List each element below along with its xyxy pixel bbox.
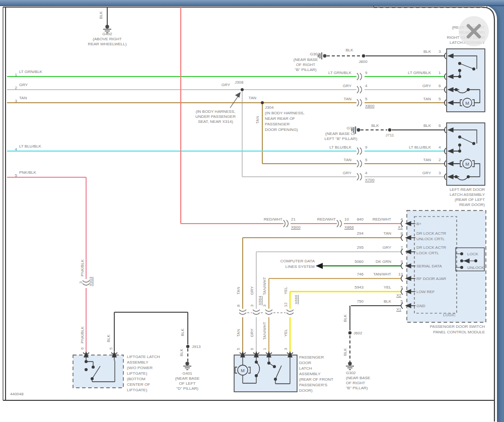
g302-top-name: G302 <box>310 52 320 57</box>
wire-row-number: 4 <box>15 147 17 152</box>
wire-color-label: RED/WHT <box>264 217 282 222</box>
g402-wire-label: BLK <box>99 11 104 19</box>
wire-color-label: GRY <box>383 245 391 250</box>
pin-number: 6 <box>439 123 441 128</box>
wire-color-label: RED/WHT <box>373 217 391 222</box>
connector-name-x2: X2 <box>396 293 401 298</box>
j913-name: J913 <box>192 344 200 349</box>
g302-top-location: (NEAR BASE <box>294 57 318 62</box>
wire-row-label: TAN <box>19 96 27 101</box>
connector-name-x664: X664 <box>258 296 263 306</box>
pin-number: 5 <box>401 299 403 304</box>
pin-number: 6 <box>439 84 441 89</box>
wire-color-label: GRY <box>343 171 351 176</box>
g401-name: G401 <box>182 371 192 376</box>
connector-name-x1: X1 <box>396 307 401 312</box>
g402-location: (ABOVE RIGHT <box>93 37 121 42</box>
j304-vertical-wire-label: TAN <box>255 116 260 123</box>
connector-name-x666: X666 <box>294 295 299 305</box>
g402-location: REAR WHEELWELL) <box>88 42 127 47</box>
module-title: PASSENGER DOOR SWITCH <box>430 324 485 329</box>
wire-row-label: GRY <box>19 83 28 88</box>
connector-pin: 8 <box>236 305 241 307</box>
connector-name-x1: X1 <box>398 225 403 230</box>
passenger-latch-title: PASSENGER'S <box>299 383 327 388</box>
module-title: PANEL CONTROL MODULE <box>433 330 485 335</box>
logic-label: LOGIC <box>443 313 456 318</box>
wire-color-label: YEL <box>384 285 391 290</box>
passenger-latch-title: DOOR) <box>299 388 313 393</box>
pin-number: 5 <box>236 348 241 350</box>
connector-x700-icon <box>357 148 362 180</box>
wire-color-label: LT GRN/BLK <box>408 71 431 76</box>
module-pin-label: SERIAL DATA <box>416 264 442 269</box>
circuit-number: 294 <box>357 231 364 236</box>
liftgate-title: LIFTGATE) <box>127 388 147 393</box>
liftgate-latch-box <box>73 355 123 388</box>
wire-color-label: BLK <box>384 299 391 304</box>
g402-name: G402 <box>102 32 112 37</box>
module-pin-label: RF DOOR AJAR <box>416 276 446 282</box>
wire-color-label: LT GRN/BLK <box>328 71 351 76</box>
liftgate-title: (BOTTOM <box>127 377 146 382</box>
connector-pin: 9 <box>365 71 367 76</box>
module-pin-label: DR LOCK ACTR <box>416 231 446 236</box>
connector-name-x866: X866 <box>344 225 354 230</box>
close-button[interactable] <box>459 16 489 46</box>
wire-color-label: TAN/WHT <box>262 277 267 295</box>
left-latch-title: (REAR OF LEFT <box>455 197 485 202</box>
j602-name: J602 <box>353 331 362 336</box>
module-pin-label: GND <box>416 304 425 309</box>
g302-bottom-location: OF RIGHT <box>346 381 365 386</box>
connector-pin: 5 <box>365 97 367 102</box>
blk-label: BLK <box>343 314 348 322</box>
pin-number: 7 <box>401 245 403 250</box>
wire-color-label: TAN <box>384 231 391 236</box>
connector-x664-x666-icons <box>239 310 294 315</box>
wire-color-label: TAN <box>344 97 351 102</box>
module-pin-label: UNLOCK CRTL <box>416 237 445 242</box>
g302-top-location: "B" PILLAR) <box>295 67 316 73</box>
connector-pin: 3 <box>79 282 84 284</box>
wire-color-label: BLK <box>423 49 431 54</box>
wire-color-label: GRY <box>250 286 255 295</box>
ground-icon-g302-bottom <box>346 362 354 370</box>
circuit-number: 5060 <box>354 259 364 264</box>
connector-pin: 5 <box>365 158 367 163</box>
circuit-number: 5943 <box>354 285 364 290</box>
computer-data-arrow <box>316 263 323 269</box>
liftgate-title: LIFTGATE) <box>127 371 147 376</box>
wire-row-label: PNK/BLK <box>19 170 36 175</box>
connector-pin: 9 <box>365 145 367 150</box>
module-pin-label: LOW REF <box>416 290 435 295</box>
connector-pin: 3 <box>250 305 255 307</box>
close-icon <box>465 23 482 40</box>
pin-number: 13 <box>398 272 403 277</box>
left-latch-title: LEFT REAR DOOR <box>450 187 485 192</box>
connector-pin: 12 <box>283 303 289 307</box>
wire-pnk-blk <box>7 177 86 351</box>
connector-pin: 10 <box>344 217 349 222</box>
pin-number: 5 <box>401 285 403 290</box>
connector-pin: 4 <box>365 171 367 176</box>
liftgate-title: ASSEMBLY <box>127 360 149 365</box>
passenger-latch-title: DOOR <box>299 361 311 366</box>
j308-note: SEAT, NEAR X314) <box>198 119 233 124</box>
splice-dots <box>186 54 391 348</box>
circuit-number: 750 <box>357 299 364 304</box>
wire-color-label: TAN <box>236 287 241 294</box>
pin-number: 6 <box>80 347 85 349</box>
pin-number: 3 <box>439 49 441 54</box>
j308-wire-label: GRY <box>222 83 230 88</box>
connector-name-x903: X903 <box>89 277 94 287</box>
connector-name-x700: X700 <box>365 178 375 183</box>
pnk-blk-label: PNK/BLK <box>80 259 85 276</box>
circuit-number: 295 <box>357 245 364 250</box>
wire-row-number: 1 <box>15 73 17 78</box>
pin-number: 2 <box>439 158 441 163</box>
j308-pointer-arrow <box>230 93 240 108</box>
j800-name: J800 <box>358 59 367 64</box>
j308-name: J308 <box>235 80 243 85</box>
g401-location: "D" PILLAR) <box>176 386 198 391</box>
wire-row-number: 5 <box>15 173 17 178</box>
